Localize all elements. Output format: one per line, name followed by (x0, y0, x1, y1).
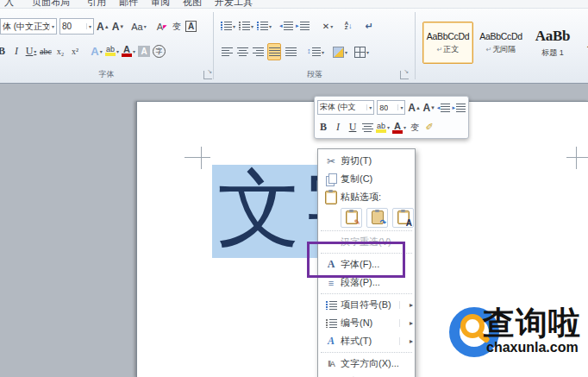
show-hide-marks-button[interactable]: ↵ (363, 18, 375, 34)
style-name: 标题 1 (541, 47, 564, 59)
menu-item-styles[interactable]: A 样式(T) ▸ (318, 332, 415, 350)
character-shading-button[interactable]: A (138, 43, 150, 59)
borders-button[interactable] (354, 44, 369, 60)
ribbon: 体 (中文正文 80 A▲ A▼ Aa A◤ 变 A B I U abc x₂ … (0, 9, 588, 84)
style-preview: AaBb (535, 28, 570, 45)
bold-button[interactable]: B (0, 43, 8, 59)
paragraph-dialog-launcher-icon[interactable] (400, 71, 409, 79)
menu-item-copy[interactable]: 复制(C) (318, 170, 415, 188)
font-dialog-launcher-icon[interactable] (203, 71, 212, 79)
distribute-button[interactable] (285, 44, 297, 60)
highlight-color-button[interactable]: ab (105, 43, 119, 59)
mini-font-color-button[interactable]: A (392, 121, 406, 135)
margin-crop-mark (185, 157, 210, 158)
copy-icon (322, 173, 341, 185)
style-card-no-spacing[interactable]: AaBbCcDd ↵无间隔 (475, 22, 527, 64)
font-name-combo[interactable]: 体 (中文正文 (0, 18, 57, 35)
style-card-partial[interactable]: A (579, 22, 588, 64)
text-direction-icon: ‖A (322, 360, 341, 368)
menu-item-numbering[interactable]: 编号(N) ▸ (318, 314, 415, 332)
menu-item-cut[interactable]: ✂ 剪切(T) (318, 152, 415, 170)
style-card-heading1[interactable]: AaBb 标题 1 (528, 22, 578, 64)
grow-font-button[interactable]: A▲ (97, 19, 109, 35)
shrink-font-button[interactable]: A▼ (112, 19, 125, 35)
brush-icon: ✎ (353, 219, 360, 227)
mini-underline-button[interactable]: U (347, 121, 359, 135)
group-separator (213, 12, 214, 79)
font-color-button[interactable]: A (122, 43, 135, 59)
paste-text-only-button[interactable]: A (392, 208, 414, 228)
justify-button[interactable] (267, 43, 281, 60)
tab-mailings[interactable]: 邮件 (119, 0, 138, 7)
style-card-normal[interactable]: AaBbCcDd ↵正文 (422, 22, 473, 64)
mini-center-button[interactable] (361, 121, 373, 135)
submenu-arrow-icon: ▸ (399, 319, 413, 327)
mini-bold-button[interactable]: B (317, 121, 329, 135)
strikethrough-button[interactable]: abc (40, 43, 52, 59)
line-spacing-button[interactable]: ↕ (307, 44, 324, 60)
align-right-button[interactable] (252, 44, 264, 60)
style-name: ↵无间隔 (486, 44, 516, 55)
phonetic-guide-icon[interactable]: 变 (171, 19, 183, 35)
subscript-button[interactable]: x₂ (54, 43, 66, 59)
numbering-button[interactable] (239, 18, 253, 34)
increase-indent-button[interactable]: ▸ (297, 18, 310, 34)
mini-format-painter-icon[interactable]: ✐ (423, 121, 435, 135)
change-case-button[interactable]: Aa (131, 19, 146, 35)
align-center-button[interactable] (236, 44, 248, 60)
mini-font-name-combo[interactable]: 宋体 (中文 (317, 100, 374, 115)
italic-button[interactable]: I (10, 43, 22, 59)
tab-developer[interactable]: 开发工具 (215, 0, 253, 7)
superscript-button[interactable]: x² (69, 43, 81, 59)
align-left-button[interactable] (221, 44, 233, 60)
menu-item-text-direction[interactable]: ‖A 文字方向(X)... (318, 355, 415, 373)
mini-shrink-font-button[interactable]: A▼ (423, 101, 435, 115)
tab-references[interactable]: 引用 (87, 0, 106, 7)
chaxunla-watermark: 查询啦 chaxunla.com (447, 300, 588, 369)
tab-insert[interactable]: 入 (4, 0, 14, 7)
scissors-icon: ✂ (322, 155, 341, 167)
paragraph-icon: ≡ (322, 278, 341, 288)
underline-button[interactable]: U (25, 43, 37, 59)
margin-crop-mark (201, 147, 202, 169)
paste-merge-format-button[interactable]: ↷ (366, 208, 388, 228)
tab-view[interactable]: 视图 (183, 0, 202, 7)
style-preview: AaBbCcDd (479, 31, 522, 41)
decrease-indent-button[interactable]: ◂ (280, 18, 293, 34)
styles-icon: A (322, 335, 341, 348)
shading-button[interactable] (333, 44, 347, 60)
clear-formatting-icon[interactable]: A◤ (156, 19, 168, 35)
font-group-label: 字体 (0, 69, 213, 80)
annotation-highlight-box (307, 242, 405, 278)
submenu-arrow-icon: ▸ (399, 301, 413, 309)
mini-increase-indent-button[interactable]: ▸ (453, 101, 466, 115)
asian-layout-button[interactable]: ✕ (322, 18, 334, 34)
multilevel-list-button[interactable] (257, 18, 272, 34)
merge-arrow-icon: ↷ (379, 219, 386, 227)
font-size-combo[interactable]: 80 (59, 18, 94, 35)
enclose-characters-button[interactable]: 字 (153, 43, 166, 59)
paste-keep-source-button[interactable]: ✎ (341, 208, 362, 228)
sort-button[interactable]: AZ↓ (342, 18, 354, 34)
mini-decrease-indent-button[interactable]: ◂ (438, 101, 451, 115)
character-border-icon[interactable]: A (185, 19, 197, 35)
ribbon-tab-strip: 入 页面布局 引用 邮件 审阅 视图 开发工具 (0, 0, 588, 9)
word-window: 入 页面布局 引用 邮件 审阅 视图 开发工具 体 (中文正文 80 A▲ A▼… (0, 0, 588, 377)
mini-highlight-button[interactable]: ab (376, 121, 390, 135)
mini-italic-button[interactable]: I (332, 121, 344, 135)
mini-grow-font-button[interactable]: A▲ (408, 101, 420, 115)
menu-item-bullets[interactable]: 项目符号(B) ▸ (318, 296, 415, 314)
text-effects-button[interactable]: A (91, 43, 103, 59)
tab-review[interactable]: 审阅 (151, 0, 170, 7)
margin-crop-mark (566, 157, 588, 158)
watermark-brand-text: 查询啦 (483, 302, 581, 345)
paste-options-row: ✎ ↷ A (318, 206, 415, 229)
text-selection-highlight[interactable]: 文字 (212, 165, 317, 258)
mini-phonetic-guide-icon[interactable]: 变 (409, 121, 421, 135)
bullets-button[interactable] (221, 18, 235, 34)
menu-item-insert-symbol[interactable]: 插入符号(S) (318, 373, 415, 377)
group-separator (415, 12, 416, 79)
tab-page-layout[interactable]: 页面布局 (32, 0, 70, 7)
mini-font-size-combo[interactable]: 80 (377, 100, 405, 115)
submenu-arrow-icon: ▸ (399, 337, 413, 345)
